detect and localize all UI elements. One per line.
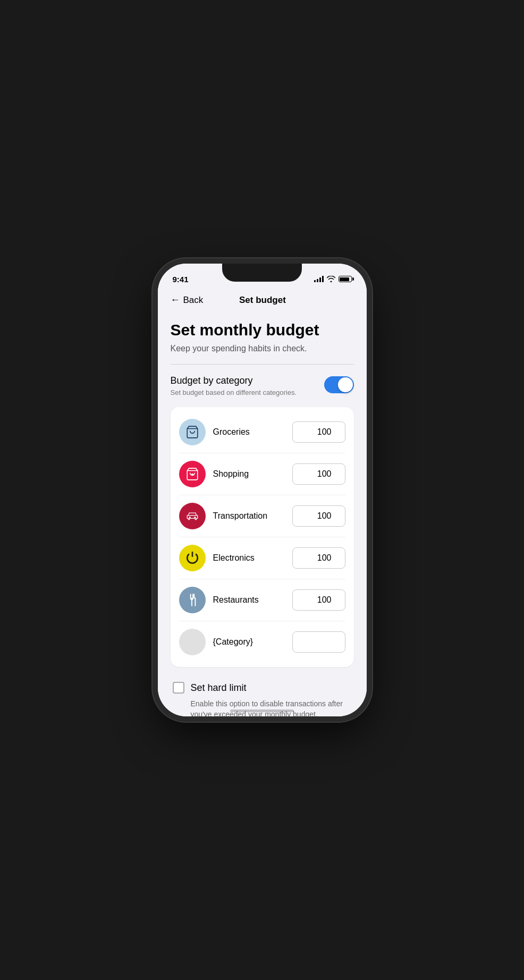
category-row-transportation: Transportation — [179, 495, 345, 537]
shopping-label: Shopping — [213, 469, 292, 479]
toggle-label: Budget by category — [171, 375, 297, 386]
groceries-icon-wrap — [179, 419, 206, 445]
custom-input[interactable] — [292, 631, 345, 653]
groceries-label: Groceries — [213, 427, 292, 437]
budget-category-toggle[interactable] — [324, 376, 354, 393]
svg-point-4 — [194, 517, 196, 518]
notch — [222, 264, 302, 282]
status-time: 9:41 — [173, 275, 189, 284]
toggle-text: Budget by category Set budget based on d… — [171, 375, 297, 396]
back-button[interactable]: ← Back — [171, 294, 204, 306]
transportation-input[interactable] — [292, 505, 345, 527]
svg-point-3 — [189, 517, 190, 518]
bag-icon — [185, 467, 199, 481]
back-label: Back — [183, 295, 204, 306]
hard-limit-description: Enable this option to disable transactio… — [173, 699, 352, 716]
status-icons — [314, 276, 352, 282]
cart-icon — [185, 425, 199, 439]
main-content: Set monthly budget Keep your spending ha… — [158, 312, 367, 716]
nav-title: Set budget — [203, 295, 322, 306]
shopping-icon-wrap — [179, 461, 206, 487]
transportation-icon-wrap — [179, 503, 206, 529]
screen: 9:41 ← — [158, 264, 367, 716]
wifi-icon — [327, 276, 335, 282]
hard-limit-row: Set hard limit — [173, 682, 352, 694]
signal-icon — [314, 276, 324, 282]
category-row-custom: {Category} — [179, 621, 345, 663]
toggle-description: Set budget based on different categories… — [171, 388, 297, 396]
car-icon — [185, 509, 199, 523]
restaurants-input[interactable] — [292, 589, 345, 611]
restaurants-label: Restaurants — [213, 595, 292, 605]
electronics-icon-wrap — [179, 545, 206, 571]
electronics-input[interactable] — [292, 547, 345, 569]
electronics-label: Electronics — [213, 553, 292, 563]
divider — [171, 364, 354, 365]
power-icon — [185, 551, 199, 565]
category-row-restaurants: Restaurants — [179, 579, 345, 621]
back-arrow-icon: ← — [171, 294, 180, 306]
toggle-section: Budget by category Set budget based on d… — [171, 375, 354, 396]
transportation-label: Transportation — [213, 511, 292, 521]
shopping-input[interactable] — [292, 463, 345, 485]
categories-card: Groceries Shopping — [171, 407, 354, 667]
hard-limit-label: Set hard limit — [191, 682, 247, 694]
page-title: Set monthly budget — [171, 320, 354, 340]
custom-icon-wrap — [179, 629, 206, 655]
battery-icon — [339, 276, 352, 282]
page-subtitle: Keep your spending habits in check. — [171, 344, 354, 353]
restaurants-icon-wrap — [179, 587, 206, 613]
category-row-electronics: Electronics — [179, 537, 345, 579]
nav-bar: ← Back Set budget — [158, 290, 367, 312]
phone-frame: 9:41 ← — [158, 264, 367, 716]
category-row-groceries: Groceries — [179, 411, 345, 453]
toggle-knob — [338, 377, 353, 392]
custom-label: {Category} — [213, 637, 292, 647]
fork-icon — [185, 593, 199, 607]
groceries-input[interactable] — [292, 421, 345, 443]
svg-point-2 — [191, 474, 193, 476]
home-indicator — [230, 709, 294, 712]
category-row-shopping: Shopping — [179, 453, 345, 495]
hard-limit-checkbox[interactable] — [173, 682, 184, 694]
